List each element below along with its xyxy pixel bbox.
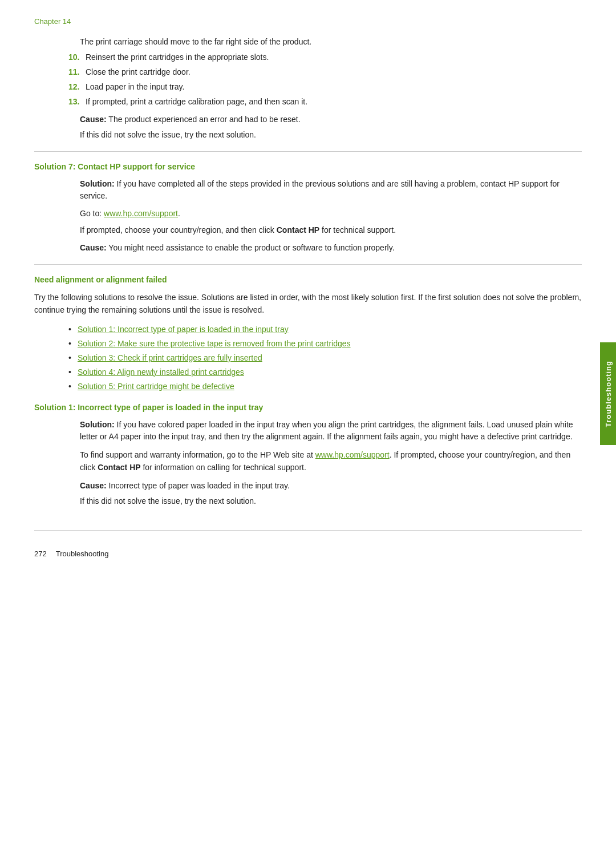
- step-12: 12. Load paper in the input tray.: [68, 81, 582, 93]
- solution1-sol-text: If you have colored paper loaded in the …: [80, 420, 573, 441]
- cause-block-1: Cause: The product experienced an error …: [80, 114, 582, 126]
- divider-3: [34, 530, 582, 531]
- step-10-num: 10.: [68, 51, 86, 63]
- divider-2: [34, 264, 582, 265]
- solution7-solution-block: Solution: If you have completed all of t…: [80, 178, 582, 202]
- side-tab: Troubleshooting: [600, 342, 616, 445]
- step-10: 10. Reinsert the print cartridges in the…: [68, 51, 582, 63]
- bullet-link-5[interactable]: Solution 5: Print cartridge might be def…: [78, 382, 234, 391]
- solution1-heading: Solution 1: Incorrect type of paper is l…: [34, 403, 582, 412]
- if-prompted-block: If prompted, choose your country/region,…: [80, 224, 582, 236]
- step-12-num: 12.: [68, 81, 86, 93]
- list-item-1: Solution 1: Incorrect type of paper is l…: [68, 324, 582, 335]
- sol1-para2-prefix: To find support and warranty information…: [80, 450, 315, 459]
- chapter-header: Chapter 14: [34, 17, 582, 26]
- cause-label-3: Cause:: [80, 481, 107, 490]
- need-alignment-section: Need alignment or alignment failed Try t…: [34, 275, 582, 507]
- page-container: Chapter 14 The print carriage should mov…: [0, 0, 616, 575]
- cause-label-1: Cause:: [80, 115, 107, 124]
- bullet-link-2[interactable]: Solution 2: Make sure the protective tap…: [78, 339, 351, 348]
- list-item-4: Solution 4: Align newly installed print …: [68, 366, 582, 378]
- solution7-section: Solution 7: Contact HP support for servi…: [34, 162, 582, 254]
- contact-hp-bold: Contact HP: [277, 225, 319, 235]
- bullet-link-4[interactable]: Solution 4: Align newly installed print …: [78, 367, 244, 377]
- need-alignment-intro: Try the following solutions to resolve t…: [34, 291, 582, 317]
- goto-block: Go to: www.hp.com/support.: [80, 208, 582, 220]
- footer: 272 Troubleshooting: [34, 549, 582, 558]
- solution7-heading: Solution 7: Contact HP support for servi…: [34, 162, 582, 171]
- if-prompted-suffix: for technical support.: [319, 225, 396, 235]
- goto-period: .: [178, 209, 180, 218]
- goto-prefix: Go to:: [80, 209, 104, 218]
- bullet-link-1[interactable]: Solution 1: Incorrect type of paper is l…: [78, 325, 289, 334]
- sol1-para2-suffix: for information on calling for technical…: [141, 463, 306, 472]
- cause-text-1: The product experienced an error and had…: [108, 115, 300, 124]
- list-item-2: Solution 2: Make sure the protective tap…: [68, 338, 582, 350]
- intro-paragraph: The print carriage should move to the fa…: [80, 36, 582, 48]
- if-prompted-text: If prompted, choose your country/region,…: [80, 225, 277, 235]
- list-item-5: Solution 5: Print cartridge might be def…: [68, 381, 582, 393]
- step-13: 13. If prompted, print a cartridge calib…: [68, 96, 582, 108]
- solution1-solution-block: Solution: If you have colored paper load…: [80, 419, 582, 443]
- cause-text-2: You might need assistance to enable the …: [108, 243, 394, 252]
- list-item-3: Solution 3: Check if print cartridges ar…: [68, 352, 582, 364]
- solution1-sol-label: Solution:: [80, 420, 115, 429]
- cause-block-3: Cause: Incorrect type of paper was loade…: [80, 480, 582, 492]
- if-not-solved-1: If this did not solve the issue, try the…: [80, 129, 582, 141]
- step-11-num: 11.: [68, 66, 86, 78]
- step-13-num: 13.: [68, 96, 86, 108]
- solution7-sol-text: If you have completed all of the steps p…: [80, 179, 560, 200]
- goto-link[interactable]: www.hp.com/support: [104, 209, 178, 218]
- step-12-text: Load paper in the input tray.: [86, 81, 582, 93]
- sol1-link1[interactable]: www.hp.com/support: [315, 450, 390, 459]
- step-11-text: Close the print cartridge door.: [86, 66, 582, 78]
- sol1-contact-hp: Contact HP: [98, 463, 140, 472]
- step-10-text: Reinsert the print cartridges in the app…: [86, 51, 582, 63]
- step-13-text: If prompted, print a cartridge calibrati…: [86, 96, 582, 108]
- cause-block-2: Cause: You might need assistance to enab…: [80, 242, 582, 254]
- footer-page-number: 272: [34, 549, 47, 558]
- bullet-list: Solution 1: Incorrect type of paper is l…: [68, 324, 582, 393]
- solution1-para2: To find support and warranty information…: [80, 448, 582, 474]
- if-not-solved-2: If this did not solve the issue, try the…: [80, 495, 582, 507]
- footer-label: Troubleshooting: [56, 549, 109, 558]
- bullet-link-3[interactable]: Solution 3: Check if print cartridges ar…: [78, 353, 262, 362]
- cause-label-2: Cause:: [80, 243, 107, 252]
- side-tab-label: Troubleshooting: [604, 361, 613, 427]
- cause-text-3: Incorrect type of paper was loaded in th…: [109, 481, 290, 490]
- step-11: 11. Close the print cartridge door.: [68, 66, 582, 78]
- need-alignment-heading: Need alignment or alignment failed: [34, 275, 582, 284]
- solution7-sol-label: Solution:: [80, 179, 115, 188]
- divider-1: [34, 151, 582, 152]
